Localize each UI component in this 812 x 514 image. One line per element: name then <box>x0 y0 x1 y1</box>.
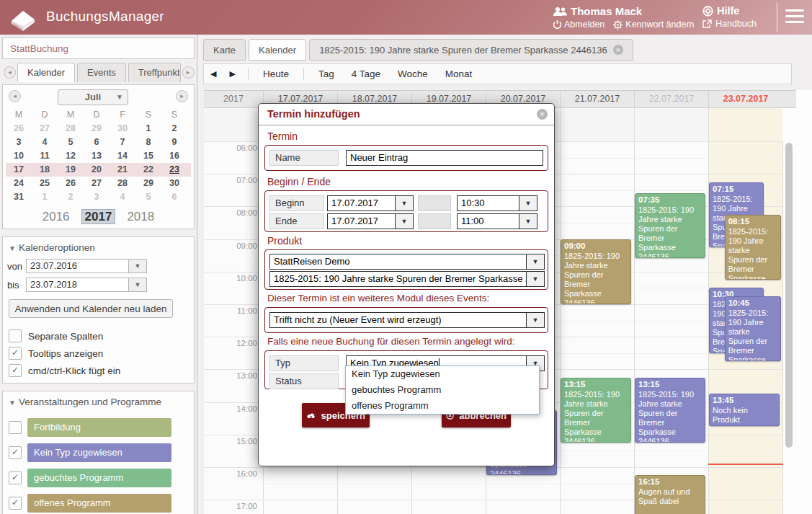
day-column-21.07.2017[interactable] <box>560 141 634 514</box>
mini-cal-day[interactable]: 2 <box>161 122 187 136</box>
all-day-cell[interactable] <box>708 108 782 141</box>
option-checkbox-row[interactable]: Separate Spalten <box>9 329 189 342</box>
mini-cal-day[interactable]: 27 <box>32 122 58 136</box>
change-password-link[interactable]: Kennwort ändern <box>613 19 694 30</box>
hamburger-menu-icon[interactable] <box>785 9 804 27</box>
day-header-22.07.2017[interactable]: 22.07.2017 <box>634 91 708 107</box>
mini-cal-day[interactable]: 10 <box>6 149 32 163</box>
mini-cal-day[interactable]: 1 <box>135 122 161 136</box>
mini-cal-day[interactable]: 3 <box>84 190 110 204</box>
checkbox-checked-icon[interactable]: ✓ <box>9 347 22 360</box>
mini-cal-year-2017[interactable]: 2017 <box>81 209 116 224</box>
mini-cal-day[interactable]: 4 <box>32 136 58 149</box>
mini-cal-day[interactable]: 5 <box>58 136 84 149</box>
mini-cal-day[interactable]: 11 <box>32 149 58 163</box>
typ-dropdown-option[interactable]: gebuchtes Programm <box>346 382 539 398</box>
mini-cal-next-month-icon[interactable]: ▸ <box>176 90 188 102</box>
program-legend-label[interactable]: Fortbildung <box>27 418 171 437</box>
checkbox-unchecked-icon[interactable] <box>9 329 22 342</box>
sidebar-tab-treffpunkt[interactable]: Treffpunkt <box>128 63 181 82</box>
modal-close-icon[interactable]: × <box>537 109 548 120</box>
calendar-event[interactable]: 13:151825-2015: 190 Jahre starke Spuren … <box>635 378 705 443</box>
ende-time-select[interactable]: 11:00 ▼ <box>457 213 537 229</box>
mini-cal-day[interactable]: 22 <box>135 163 161 177</box>
calendar-event[interactable]: 16:15Augen auf und Spaß dabei <box>635 475 705 514</box>
mini-cal-day[interactable]: 27 <box>84 177 110 190</box>
all-day-cell[interactable] <box>634 108 708 141</box>
apply-reload-button[interactable]: Anwenden und Kalender neu laden <box>9 299 173 318</box>
mini-cal-day[interactable]: 30 <box>110 122 135 136</box>
day-header-21.07.2017[interactable]: 21.07.2017 <box>560 91 634 107</box>
mini-cal-day[interactable]: 20 <box>84 163 110 177</box>
mini-cal-day[interactable]: 25 <box>32 177 58 190</box>
mini-cal-day[interactable]: 6 <box>84 136 110 149</box>
program-legend-label[interactable]: gebuchtes Programm <box>27 469 171 487</box>
mini-cal-day[interactable]: 8 <box>135 136 161 149</box>
mini-cal-prev-month-icon[interactable]: ◂ <box>9 90 21 102</box>
calendar-event[interactable]: 07:351825-2015: 190 Jahre starke Spuren … <box>635 193 705 258</box>
view-button-monat[interactable]: Monat <box>437 68 481 79</box>
calendar-event[interactable]: 13:45Noch kein Produkt <box>709 394 780 426</box>
user-menu[interactable]: Thomas Mack <box>553 5 695 17</box>
calendar-next-icon[interactable]: ▶ <box>223 69 241 79</box>
mini-cal-day[interactable]: 17 <box>6 163 32 177</box>
produkt-org-select[interactable]: StattReisen Demo ▼ <box>269 254 545 270</box>
mini-cal-day[interactable]: 16 <box>161 149 187 163</box>
mini-cal-day[interactable]: 15 <box>135 149 161 163</box>
view-button-woche[interactable]: Woche <box>389 68 437 79</box>
checkbox-unchecked-icon[interactable] <box>9 421 22 434</box>
mini-cal-day[interactable]: 12 <box>58 149 84 163</box>
mini-cal-day[interactable]: 1 <box>32 190 58 204</box>
mini-cal-day[interactable]: 31 <box>6 190 32 204</box>
mini-cal-day[interactable]: 19 <box>58 163 84 177</box>
calendar-event[interactable]: 13:151825-2015: 190 Jahre starke Spuren … <box>561 378 631 443</box>
mini-cal-day[interactable]: 2 <box>58 190 84 204</box>
calendar-prev-icon[interactable]: ◀ <box>204 69 223 79</box>
mini-cal-day[interactable]: 6 <box>161 190 187 204</box>
ende-date-select[interactable]: 17.07.2017 ▼ <box>327 213 414 229</box>
calendar-options-header[interactable]: ▼Kalenderoptionen <box>7 240 189 257</box>
mini-cal-day[interactable]: 26 <box>6 122 32 136</box>
beginn-date-select[interactable]: 17.07.2017 ▼ <box>327 195 414 211</box>
mini-cal-day[interactable]: 3 <box>6 136 32 149</box>
mini-cal-day[interactable]: 29 <box>84 122 110 136</box>
mini-cal-day[interactable]: 29 <box>135 177 161 190</box>
mini-cal-year-2018[interactable]: 2018 <box>127 210 154 223</box>
option-checkbox-row[interactable]: ✓Tooltips anzeigen <box>9 347 189 360</box>
mini-cal-day[interactable]: 28 <box>110 177 135 190</box>
tab-close-icon[interactable]: × <box>613 45 623 55</box>
mini-cal-day[interactable]: 5 <box>135 190 161 204</box>
mini-cal-day[interactable]: 28 <box>58 122 84 136</box>
program-legend-label[interactable]: offenes Programm <box>27 494 171 513</box>
manual-link[interactable]: Handbuch <box>702 19 757 29</box>
mini-cal-year-2016[interactable]: 2016 <box>43 210 70 223</box>
sidebar-tab-kalender[interactable]: Kalender <box>17 63 75 82</box>
mini-cal-day[interactable]: 24 <box>6 177 32 190</box>
name-input[interactable]: Neuer Eintrag <box>346 150 543 166</box>
calendar-event[interactable]: 09:001825-2015: 190 Jahre starke Spuren … <box>561 239 631 304</box>
programs-header[interactable]: ▼Veranstaltungen und Programme <box>7 394 189 412</box>
program-legend-label[interactable]: Kein Typ zugewiesen <box>27 443 171 462</box>
mini-cal-day[interactable]: 9 <box>161 136 187 149</box>
all-day-cell[interactable] <box>560 108 634 141</box>
beginn-time-select[interactable]: 10:30 ▼ <box>457 195 537 211</box>
checkbox-checked-icon[interactable]: ✓ <box>9 471 22 484</box>
mini-cal-day[interactable]: 26 <box>58 177 84 190</box>
checkbox-checked-icon[interactable]: ✓ <box>9 497 22 510</box>
mini-cal-day[interactable]: 23 <box>161 163 187 177</box>
sidebar-tabs-scroll-left-icon[interactable]: ◂ <box>4 66 16 79</box>
bis-date-select[interactable]: 23.07.2018 ▼ <box>26 278 147 292</box>
main-tab-karte[interactable]: Karte <box>203 39 246 61</box>
logout-link[interactable]: Abmelden <box>553 19 604 30</box>
mini-cal-day[interactable]: 14 <box>110 149 135 163</box>
produkt-event-select[interactable]: 1825-2015: 190 Jahre starke Spuren der B… <box>269 271 545 287</box>
sidebar-tabs-scroll-right-icon[interactable]: ▸ <box>182 66 195 79</box>
main-tab-kalender[interactable]: Kalender <box>249 39 306 61</box>
typ-dropdown-option[interactable]: Kein Typ zugewiesen <box>346 366 539 382</box>
typ-dropdown-option[interactable]: offenes Programm <box>346 398 539 414</box>
von-date-select[interactable]: 23.07.2016 ▼ <box>26 259 147 273</box>
help-link[interactable]: Hilfe <box>702 5 757 17</box>
view-button-4-tage[interactable]: 4 Tage <box>343 68 389 79</box>
mini-cal-day[interactable]: 7 <box>110 136 135 149</box>
vertical-scrollbar-thumb[interactable] <box>785 143 793 448</box>
